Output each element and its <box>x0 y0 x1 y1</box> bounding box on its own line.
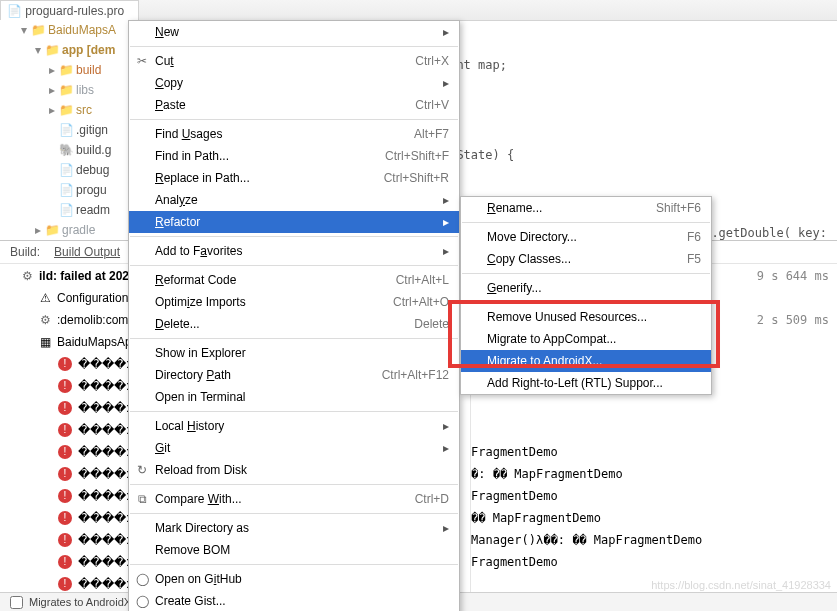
tree-item[interactable]: ▾📁BaiduMapsA <box>0 20 130 40</box>
menu-item[interactable]: New▸ <box>129 21 459 43</box>
error-icon: ! <box>58 379 72 393</box>
menu-item[interactable]: Directory PathCtrl+Alt+F12 <box>129 364 459 386</box>
project-tree[interactable]: ▾📁BaiduMapsA▾📁app [dem▸📁build▸📁libs▸📁src… <box>0 20 130 260</box>
expand-icon[interactable]: ▸ <box>46 83 58 97</box>
tree-item[interactable]: 📄readm <box>0 200 130 220</box>
menu-label: Create Gist... <box>155 594 226 608</box>
menu-item[interactable]: Replace in Path...Ctrl+Shift+R <box>129 167 459 189</box>
file-icon: 📄 <box>7 4 25 18</box>
expand-icon[interactable]: ▸ <box>46 103 58 117</box>
menu-item[interactable]: Reformat CodeCtrl+Alt+L <box>129 269 459 291</box>
menu-item[interactable]: Git▸ <box>129 437 459 459</box>
◯-icon: ◯ <box>133 594 151 608</box>
menu-item[interactable]: PasteCtrl+V <box>129 94 459 116</box>
tree-item[interactable]: 📄progu <box>0 180 130 200</box>
tree-icon: 📄 <box>58 123 74 137</box>
menu-item[interactable]: Delete...Delete <box>129 313 459 335</box>
tree-icon: 📁 <box>58 83 74 97</box>
tree-label: app [dem <box>60 43 115 57</box>
menu-item[interactable]: Show in Explorer <box>129 342 459 364</box>
watermark: https://blog.csdn.net/sinat_41928334 <box>651 579 831 591</box>
menu-item[interactable]: Remove Unused Resources... <box>461 306 711 328</box>
menu-label: Migrate to AppCompat... <box>487 332 616 346</box>
tree-icon: 📄 <box>58 163 74 177</box>
status-checkbox[interactable] <box>10 596 23 609</box>
tree-item[interactable]: ▸📁libs <box>0 80 130 100</box>
error-icon: ! <box>58 445 72 459</box>
output-line: Manager()λ��: �� MapFragmentDemo <box>471 529 837 551</box>
menu-item[interactable]: Generify... <box>461 277 711 299</box>
menu-label: Copy Classes... <box>487 252 571 266</box>
expand-icon[interactable]: ▸ <box>32 223 44 237</box>
submenu-arrow-icon: ▸ <box>403 215 449 229</box>
menu-item[interactable]: Analyze▸ <box>129 189 459 211</box>
menu-item[interactable]: ↻Reload from Disk <box>129 459 459 481</box>
tree-item[interactable]: ▸📁build <box>0 60 130 80</box>
tree-item[interactable]: ▾📁app [dem <box>0 40 130 60</box>
menu-label: Migrate to AndroidX... <box>487 354 602 368</box>
tree-label: build.g <box>74 143 111 157</box>
menu-separator <box>130 411 458 412</box>
build-time: 2 s 509 ms <box>757 309 829 331</box>
tree-item[interactable]: 📄debug <box>0 160 130 180</box>
menu-item[interactable]: Local History▸ <box>129 415 459 437</box>
menu-item[interactable]: Find in Path...Ctrl+Shift+F <box>129 145 459 167</box>
menu-label: Directory Path <box>155 368 231 382</box>
context-menu[interactable]: New▸✂CutCtrl+XCopy▸PasteCtrl+VFind Usage… <box>128 20 460 611</box>
build-tab[interactable]: Build: <box>10 245 40 259</box>
menu-item[interactable]: Optimize ImportsCtrl+Alt+O <box>129 291 459 313</box>
submenu-arrow-icon: ▸ <box>403 419 449 433</box>
refactor-submenu[interactable]: Rename...Shift+F6Move Directory...F6Copy… <box>460 196 712 395</box>
menu-item[interactable]: Rename...Shift+F6 <box>461 197 711 219</box>
tree-item[interactable]: ▸📁gradle <box>0 220 130 240</box>
menu-label: Open on GitHub <box>155 572 242 586</box>
editor-tab[interactable]: 📄 proguard-rules.pro <box>0 0 139 21</box>
submenu-arrow-icon: ▸ <box>403 76 449 90</box>
tree-item[interactable]: 📄.gitign <box>0 120 130 140</box>
menu-item[interactable]: Copy Classes...F5 <box>461 248 711 270</box>
tree-item[interactable]: 🐘build.g <box>0 140 130 160</box>
menu-item[interactable]: Add to Favorites▸ <box>129 240 459 262</box>
menu-label: Delete... <box>155 317 200 331</box>
output-line: FragmentDemo <box>471 441 837 463</box>
tree-icon: 📁 <box>44 43 60 57</box>
menu-item[interactable]: ◯Open on GitHub <box>129 568 459 590</box>
submenu-arrow-icon: ▸ <box>403 441 449 455</box>
build-tab-output[interactable]: Build Output <box>54 245 120 259</box>
expand-icon[interactable]: ▸ <box>46 63 58 77</box>
menu-label: Copy <box>155 76 183 90</box>
✂-icon: ✂ <box>133 54 151 68</box>
menu-shortcut: Delete <box>374 317 449 331</box>
menu-item[interactable]: Remove BOM <box>129 539 459 561</box>
warn-icon: ⚠ <box>40 291 51 305</box>
menu-item[interactable]: Open in Terminal <box>129 386 459 408</box>
menu-item[interactable]: Add Right-to-Left (RTL) Suppor... <box>461 372 711 394</box>
tree-label: src <box>74 103 92 117</box>
menu-item[interactable]: Mark Directory as▸ <box>129 517 459 539</box>
menu-separator <box>130 236 458 237</box>
expand-icon[interactable]: ▾ <box>32 43 44 57</box>
menu-item[interactable]: Copy▸ <box>129 72 459 94</box>
menu-item[interactable]: Refactor▸ <box>129 211 459 233</box>
tree-label: progu <box>74 183 107 197</box>
menu-item[interactable]: Migrate to AppCompat... <box>461 328 711 350</box>
menu-item[interactable]: ⧉Compare With...Ctrl+D <box>129 488 459 510</box>
menu-separator <box>130 265 458 266</box>
menu-item[interactable]: Move Directory...F6 <box>461 226 711 248</box>
menu-item[interactable]: ◯Create Gist... <box>129 590 459 611</box>
menu-item[interactable]: Migrate to AndroidX... <box>461 350 711 372</box>
menu-item[interactable]: ✂CutCtrl+X <box>129 50 459 72</box>
menu-label: Find in Path... <box>155 149 229 163</box>
tree-label: readm <box>74 203 110 217</box>
menu-shortcut: Ctrl+Shift+R <box>344 171 449 185</box>
menu-shortcut: F5 <box>647 252 701 266</box>
module-icon: ▦ <box>40 335 51 349</box>
tree-item[interactable]: ▸📁src <box>0 100 130 120</box>
error-icon: ! <box>58 577 72 591</box>
expand-icon[interactable]: ▾ <box>18 23 30 37</box>
tree-label: libs <box>74 83 94 97</box>
tree-label: debug <box>74 163 109 177</box>
menu-item[interactable]: Find UsagesAlt+F7 <box>129 123 459 145</box>
tree-icon: 📁 <box>44 223 60 237</box>
menu-label: New <box>155 25 179 39</box>
